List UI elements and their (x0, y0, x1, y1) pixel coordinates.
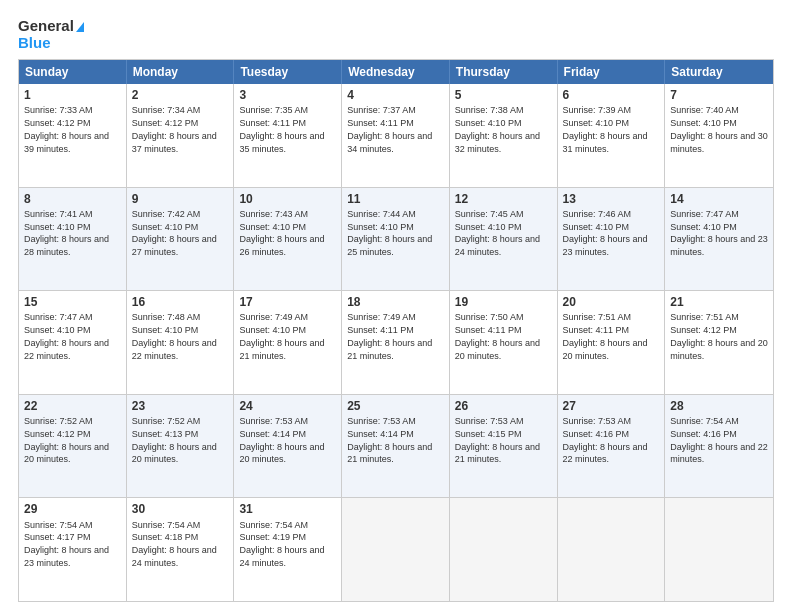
day-number: 7 (670, 87, 768, 103)
calendar-day-cell: 30 Sunrise: 7:54 AMSunset: 4:18 PMDaylig… (127, 498, 235, 601)
calendar-week-row: 8 Sunrise: 7:41 AMSunset: 4:10 PMDayligh… (19, 187, 773, 291)
day-number: 30 (132, 501, 229, 517)
calendar-body: 1 Sunrise: 7:33 AMSunset: 4:12 PMDayligh… (19, 84, 773, 601)
calendar-day-cell: 7 Sunrise: 7:40 AMSunset: 4:10 PMDayligh… (665, 84, 773, 187)
day-info: Sunrise: 7:47 AMSunset: 4:10 PMDaylight:… (670, 209, 768, 257)
day-info: Sunrise: 7:44 AMSunset: 4:10 PMDaylight:… (347, 209, 432, 257)
calendar-day-cell: 12 Sunrise: 7:45 AMSunset: 4:10 PMDaylig… (450, 188, 558, 291)
day-info: Sunrise: 7:43 AMSunset: 4:10 PMDaylight:… (239, 209, 324, 257)
day-number: 1 (24, 87, 121, 103)
calendar-week-row: 29 Sunrise: 7:54 AMSunset: 4:17 PMDaylig… (19, 497, 773, 601)
day-number: 21 (670, 294, 768, 310)
day-info: Sunrise: 7:41 AMSunset: 4:10 PMDaylight:… (24, 209, 109, 257)
calendar-day-cell: 4 Sunrise: 7:37 AMSunset: 4:11 PMDayligh… (342, 84, 450, 187)
calendar-day-cell: 18 Sunrise: 7:49 AMSunset: 4:11 PMDaylig… (342, 291, 450, 394)
calendar-week-row: 1 Sunrise: 7:33 AMSunset: 4:12 PMDayligh… (19, 84, 773, 187)
calendar-day-cell: 2 Sunrise: 7:34 AMSunset: 4:12 PMDayligh… (127, 84, 235, 187)
logo: General Blue (18, 18, 84, 51)
calendar-day-cell: 29 Sunrise: 7:54 AMSunset: 4:17 PMDaylig… (19, 498, 127, 601)
day-number: 26 (455, 398, 552, 414)
day-number: 10 (239, 191, 336, 207)
day-info: Sunrise: 7:50 AMSunset: 4:11 PMDaylight:… (455, 312, 540, 360)
calendar-day-cell: 1 Sunrise: 7:33 AMSunset: 4:12 PMDayligh… (19, 84, 127, 187)
calendar-day-cell: 16 Sunrise: 7:48 AMSunset: 4:10 PMDaylig… (127, 291, 235, 394)
day-info: Sunrise: 7:53 AMSunset: 4:16 PMDaylight:… (563, 416, 648, 464)
day-info: Sunrise: 7:37 AMSunset: 4:11 PMDaylight:… (347, 105, 432, 153)
day-number: 3 (239, 87, 336, 103)
day-number: 20 (563, 294, 660, 310)
day-number: 17 (239, 294, 336, 310)
day-info: Sunrise: 7:54 AMSunset: 4:19 PMDaylight:… (239, 520, 324, 568)
day-info: Sunrise: 7:45 AMSunset: 4:10 PMDaylight:… (455, 209, 540, 257)
day-of-week-header: Saturday (665, 60, 773, 84)
day-of-week-header: Tuesday (234, 60, 342, 84)
day-info: Sunrise: 7:52 AMSunset: 4:13 PMDaylight:… (132, 416, 217, 464)
day-number: 15 (24, 294, 121, 310)
day-number: 12 (455, 191, 552, 207)
day-number: 13 (563, 191, 660, 207)
day-info: Sunrise: 7:52 AMSunset: 4:12 PMDaylight:… (24, 416, 109, 464)
page: General Blue SundayMondayTuesdayWednesda… (0, 0, 792, 612)
day-number: 4 (347, 87, 444, 103)
day-number: 19 (455, 294, 552, 310)
calendar-day-cell: 31 Sunrise: 7:54 AMSunset: 4:19 PMDaylig… (234, 498, 342, 601)
day-number: 18 (347, 294, 444, 310)
day-info: Sunrise: 7:48 AMSunset: 4:10 PMDaylight:… (132, 312, 217, 360)
calendar-day-cell: 23 Sunrise: 7:52 AMSunset: 4:13 PMDaylig… (127, 395, 235, 498)
day-info: Sunrise: 7:39 AMSunset: 4:10 PMDaylight:… (563, 105, 648, 153)
day-number: 28 (670, 398, 768, 414)
day-info: Sunrise: 7:42 AMSunset: 4:10 PMDaylight:… (132, 209, 217, 257)
calendar-day-cell: 14 Sunrise: 7:47 AMSunset: 4:10 PMDaylig… (665, 188, 773, 291)
day-info: Sunrise: 7:34 AMSunset: 4:12 PMDaylight:… (132, 105, 217, 153)
calendar-empty-cell (665, 498, 773, 601)
day-info: Sunrise: 7:46 AMSunset: 4:10 PMDaylight:… (563, 209, 648, 257)
calendar-day-cell: 25 Sunrise: 7:53 AMSunset: 4:14 PMDaylig… (342, 395, 450, 498)
day-info: Sunrise: 7:49 AMSunset: 4:11 PMDaylight:… (347, 312, 432, 360)
calendar-day-cell: 27 Sunrise: 7:53 AMSunset: 4:16 PMDaylig… (558, 395, 666, 498)
header: General Blue (18, 18, 774, 51)
day-info: Sunrise: 7:49 AMSunset: 4:10 PMDaylight:… (239, 312, 324, 360)
day-number: 2 (132, 87, 229, 103)
day-info: Sunrise: 7:54 AMSunset: 4:18 PMDaylight:… (132, 520, 217, 568)
calendar-day-cell: 26 Sunrise: 7:53 AMSunset: 4:15 PMDaylig… (450, 395, 558, 498)
day-of-week-header: Wednesday (342, 60, 450, 84)
calendar-day-cell: 8 Sunrise: 7:41 AMSunset: 4:10 PMDayligh… (19, 188, 127, 291)
day-info: Sunrise: 7:54 AMSunset: 4:17 PMDaylight:… (24, 520, 109, 568)
calendar-day-cell: 17 Sunrise: 7:49 AMSunset: 4:10 PMDaylig… (234, 291, 342, 394)
logo-text: General Blue (18, 18, 84, 51)
calendar: SundayMondayTuesdayWednesdayThursdayFrid… (18, 59, 774, 602)
calendar-empty-cell (558, 498, 666, 601)
calendar-day-cell: 13 Sunrise: 7:46 AMSunset: 4:10 PMDaylig… (558, 188, 666, 291)
day-of-week-header: Monday (127, 60, 235, 84)
day-number: 8 (24, 191, 121, 207)
calendar-week-row: 22 Sunrise: 7:52 AMSunset: 4:12 PMDaylig… (19, 394, 773, 498)
calendar-header: SundayMondayTuesdayWednesdayThursdayFrid… (19, 60, 773, 84)
day-info: Sunrise: 7:53 AMSunset: 4:14 PMDaylight:… (347, 416, 432, 464)
calendar-empty-cell (450, 498, 558, 601)
day-info: Sunrise: 7:33 AMSunset: 4:12 PMDaylight:… (24, 105, 109, 153)
day-number: 25 (347, 398, 444, 414)
calendar-day-cell: 24 Sunrise: 7:53 AMSunset: 4:14 PMDaylig… (234, 395, 342, 498)
day-number: 27 (563, 398, 660, 414)
calendar-day-cell: 22 Sunrise: 7:52 AMSunset: 4:12 PMDaylig… (19, 395, 127, 498)
day-number: 31 (239, 501, 336, 517)
calendar-day-cell: 28 Sunrise: 7:54 AMSunset: 4:16 PMDaylig… (665, 395, 773, 498)
day-number: 6 (563, 87, 660, 103)
calendar-day-cell: 6 Sunrise: 7:39 AMSunset: 4:10 PMDayligh… (558, 84, 666, 187)
calendar-day-cell: 3 Sunrise: 7:35 AMSunset: 4:11 PMDayligh… (234, 84, 342, 187)
day-number: 29 (24, 501, 121, 517)
calendar-day-cell: 10 Sunrise: 7:43 AMSunset: 4:10 PMDaylig… (234, 188, 342, 291)
day-info: Sunrise: 7:35 AMSunset: 4:11 PMDaylight:… (239, 105, 324, 153)
day-number: 22 (24, 398, 121, 414)
calendar-day-cell: 20 Sunrise: 7:51 AMSunset: 4:11 PMDaylig… (558, 291, 666, 394)
day-info: Sunrise: 7:53 AMSunset: 4:14 PMDaylight:… (239, 416, 324, 464)
day-info: Sunrise: 7:54 AMSunset: 4:16 PMDaylight:… (670, 416, 768, 464)
calendar-day-cell: 21 Sunrise: 7:51 AMSunset: 4:12 PMDaylig… (665, 291, 773, 394)
calendar-day-cell: 15 Sunrise: 7:47 AMSunset: 4:10 PMDaylig… (19, 291, 127, 394)
day-number: 9 (132, 191, 229, 207)
calendar-day-cell: 9 Sunrise: 7:42 AMSunset: 4:10 PMDayligh… (127, 188, 235, 291)
day-number: 14 (670, 191, 768, 207)
day-of-week-header: Thursday (450, 60, 558, 84)
day-info: Sunrise: 7:51 AMSunset: 4:12 PMDaylight:… (670, 312, 768, 360)
day-number: 16 (132, 294, 229, 310)
